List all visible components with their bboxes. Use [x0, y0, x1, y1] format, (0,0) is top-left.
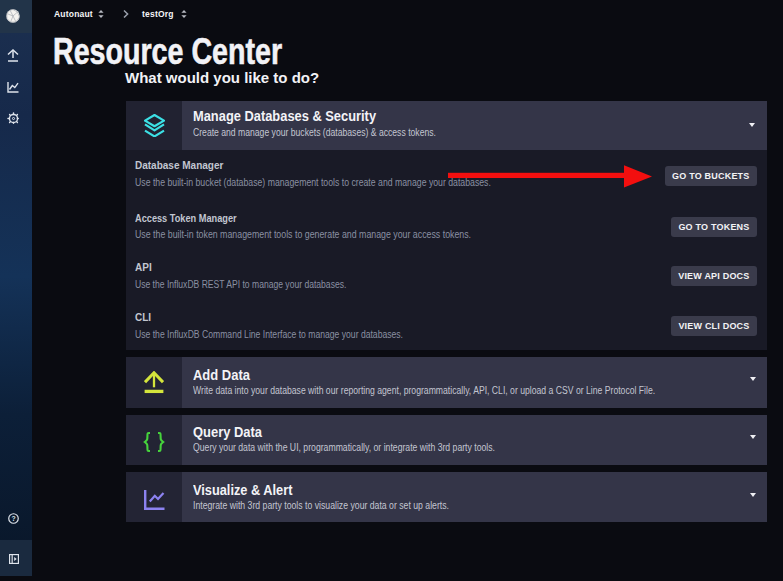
svg-text:?: ?	[11, 514, 15, 521]
